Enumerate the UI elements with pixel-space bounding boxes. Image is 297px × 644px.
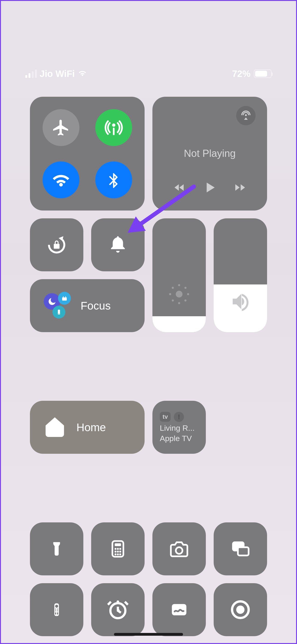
svg-point-23 [117,554,119,555]
svg-point-7 [187,293,189,295]
control-center-grid: Not Playing Focus [30,97,267,644]
svg-point-32 [57,610,58,612]
apple-tv-tile[interactable]: tv ! Living R... Apple TV [152,401,206,454]
status-bar: Jio WiFi 72% [0,64,297,83]
svg-point-36 [116,600,119,603]
carrier-label: Jio WiFi [40,69,75,79]
alarm-button[interactable] [91,583,144,636]
svg-point-2 [58,313,59,314]
svg-point-13 [54,428,56,430]
svg-point-11 [184,300,186,302]
svg-point-3 [176,291,182,297]
volume-fill [214,284,267,332]
svg-point-31 [55,610,56,612]
wifi-toggle[interactable] [42,162,80,198]
airplay-icon[interactable] [236,106,256,125]
wifi-status-icon [78,68,87,80]
orientation-lock-toggle[interactable] [30,218,83,271]
apple-tv-badges: tv ! [160,412,198,422]
svg-point-8 [172,287,174,289]
status-right: 72% [232,69,272,79]
freeform-button[interactable] [152,583,206,636]
svg-point-5 [178,302,180,304]
svg-rect-33 [55,612,56,614]
cellular-data-toggle[interactable] [95,109,132,146]
svg-point-6 [169,293,171,295]
svg-point-24 [119,554,121,555]
bluetooth-toggle[interactable] [95,162,132,198]
cellular-signal-icon [25,70,37,78]
spacer [30,462,267,472]
focus-label: Focus [80,300,111,312]
svg-rect-34 [57,612,58,614]
apple-tv-line2: Apple TV [160,434,198,443]
tv-badge-icon: tv [160,412,170,422]
svg-point-9 [184,287,186,289]
svg-point-16 [115,548,116,550]
svg-point-0 [245,114,247,116]
svg-point-21 [119,551,121,552]
brightness-icon [152,282,206,307]
airplane-mode-toggle[interactable] [42,109,80,146]
status-left: Jio WiFi [25,68,87,80]
play-icon[interactable] [202,179,217,197]
now-playing-label: Not Playing [164,148,256,159]
battery-icon [254,69,272,78]
connectivity-module[interactable] [30,97,144,210]
apple-tv-line1: Living R... [160,424,198,432]
svg-point-39 [236,606,244,614]
focus-icons-stack [44,292,71,320]
battery-percent-label: 72% [232,69,250,79]
svg-point-17 [117,548,119,550]
svg-point-20 [117,551,119,552]
media-controls [164,179,256,197]
focus-module[interactable]: Focus [30,279,144,332]
svg-point-19 [115,551,116,552]
brightness-fill [152,316,206,332]
silent-mode-toggle[interactable] [91,218,144,271]
home-label: Home [76,421,106,434]
svg-point-29 [55,608,56,610]
screen-mirroring-button[interactable] [214,522,267,575]
apple-tv-remote-button[interactable] [30,583,83,636]
svg-point-4 [178,284,180,286]
home-indicator[interactable] [114,633,183,636]
brightness-slider[interactable] [152,218,206,332]
volume-icon [229,290,252,313]
rewind-icon[interactable] [171,181,188,195]
svg-point-28 [55,605,58,608]
svg-rect-15 [115,543,121,546]
svg-point-22 [115,554,116,555]
home-icon [44,416,66,439]
media-module[interactable]: Not Playing [152,97,267,210]
blank [214,401,267,454]
forward-icon[interactable] [232,181,248,195]
calculator-button[interactable] [91,522,144,575]
volume-slider[interactable] [214,218,267,332]
spacer [30,340,267,342]
svg-point-18 [119,548,121,550]
warning-icon: ! [174,412,184,422]
svg-point-30 [57,608,58,610]
svg-rect-26 [238,547,249,556]
home-module[interactable]: Home [30,401,144,454]
flashlight-toggle[interactable] [30,522,83,575]
screen-record-button[interactable] [214,583,267,636]
camera-button[interactable] [152,522,206,575]
svg-point-10 [172,300,174,302]
